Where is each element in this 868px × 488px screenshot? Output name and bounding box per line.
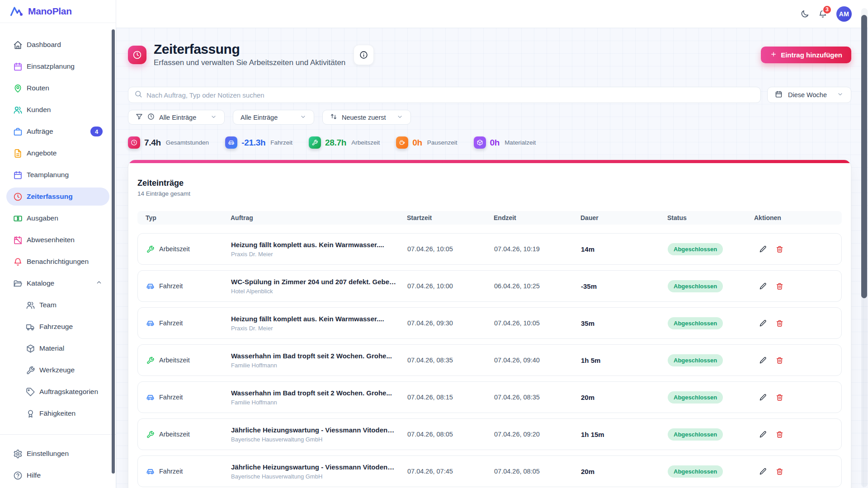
sidebar-item-ausgaben[interactable]: Ausgaben	[6, 209, 109, 227]
stat-materialzeit: 0hMaterialzeit	[474, 136, 536, 149]
sidebar-item-routen[interactable]: Routen	[6, 79, 109, 97]
entry-start-time: 07.04.26, 08:05	[403, 431, 490, 438]
sidebar-item-werkzeuge[interactable]: Werkzeuge	[19, 361, 109, 379]
edit-entry-button[interactable]	[758, 467, 768, 476]
edit-entry-button[interactable]	[758, 319, 768, 328]
search-row: Diese Woche	[128, 87, 851, 103]
sidebar-item-kataloge[interactable]: Kataloge	[6, 274, 109, 292]
sidebar-item-auftragskategorien[interactable]: Auftragskategorien	[19, 383, 109, 401]
sidebar-item-fahrzeuge[interactable]: Fahrzeuge	[19, 318, 109, 336]
info-button[interactable]	[354, 45, 374, 65]
edit-entry-button[interactable]	[758, 430, 768, 439]
pencil-icon	[759, 357, 767, 364]
add-entry-button[interactable]: Eintrag hinzufügen	[761, 47, 851, 63]
calendar-icon	[13, 170, 23, 180]
delete-entry-button[interactable]	[775, 467, 784, 476]
filter-pill-2[interactable]: Neueste zuerst	[322, 110, 411, 125]
entry-status-cell: Abgeschlossen	[663, 428, 750, 441]
pencil-icon	[759, 282, 767, 290]
entry-status-cell: Abgeschlossen	[663, 280, 750, 292]
entry-type-cell: Fahrzeit	[138, 282, 226, 291]
stat-label: Pausenzeit	[427, 139, 458, 146]
main-scrollbar-thumb[interactable]	[861, 15, 867, 298]
chevron-down-icon	[300, 113, 307, 120]
column-header-auftrag: Auftrag	[226, 214, 402, 221]
sidebar-item-label: Kunden	[27, 106, 51, 114]
page-title: Zeiterfassung	[154, 42, 345, 56]
edit-entry-button[interactable]	[758, 282, 768, 291]
delete-entry-button[interactable]	[775, 319, 784, 328]
sidebar-scrollbar-thumb[interactable]	[112, 29, 115, 474]
clock-icon	[132, 50, 142, 60]
entry-start-time: 07.04.26, 07:45	[403, 468, 490, 475]
stat-value: 28.7h	[325, 138, 346, 148]
sidebar-item-einsatzplanung[interactable]: Einsatzplanung	[6, 57, 109, 75]
table-row[interactable]: FahrzeitWC-Spülung in Zimmer 204 und 207…	[137, 270, 842, 302]
filter-row: Alle EinträgeAlle EinträgeNeueste zuerst	[128, 110, 856, 125]
avatar[interactable]: AM	[836, 6, 852, 22]
sidebar-item-dashboard[interactable]: Dashboard	[6, 36, 109, 54]
sidebar-item-benachrichtigungen[interactable]: Benachrichtigungen	[6, 253, 109, 271]
chevron-wrap	[837, 91, 844, 99]
delete-entry-button[interactable]	[775, 393, 784, 402]
chevron-down-icon	[396, 113, 403, 120]
table-row[interactable]: ArbeitszeitHeizung fällt komplett aus. K…	[137, 233, 842, 265]
entry-actions-cell	[750, 244, 841, 254]
dark-mode-toggle[interactable]	[800, 9, 809, 19]
sidebar-item-angebote[interactable]: Angebote	[6, 144, 109, 162]
car-icon	[146, 467, 155, 476]
stat-pausenzeit: 0hPausenzeit	[396, 136, 457, 149]
sidebar-item-hilfe[interactable]: Hilfe	[6, 466, 109, 484]
sidebar-item-einstellungen[interactable]: Einstellungen	[6, 445, 109, 463]
entry-status-cell: Abgeschlossen	[663, 243, 750, 255]
sidebar-item-label: Zeiterfassung	[27, 192, 73, 201]
trash-icon	[776, 319, 783, 327]
notifications-button[interactable]: 3	[818, 9, 827, 19]
trash-icon	[776, 357, 783, 364]
filter-pill-1[interactable]: Alle Einträge	[233, 110, 314, 125]
car-icon	[146, 319, 155, 328]
add-entry-label: Eintrag hinzufügen	[781, 51, 842, 59]
table-row[interactable]: FahrzeitJährliche Heizungswartung - Vies…	[137, 455, 842, 487]
entry-type-label: Fahrzeit	[159, 282, 183, 290]
sidebar-item-teamplanung[interactable]: Teamplanung	[6, 166, 109, 184]
logo: ManoPlan	[0, 0, 116, 23]
sidebar-badge: 4	[90, 127, 103, 136]
search-input[interactable]	[146, 91, 755, 99]
entry-start-time: 07.04.26, 10:05	[403, 245, 490, 253]
sidebar-item-f-higkeiten[interactable]: Fähigkeiten	[19, 404, 109, 422]
entry-title: Heizung fällt komplett aus. Kein Warmwas…	[231, 315, 403, 323]
clock-icon-wrap	[147, 113, 155, 122]
sidebar-item-label: Ausgaben	[27, 214, 58, 222]
filter-pill-0[interactable]: Alle Einträge	[128, 110, 225, 125]
sidebar-footer: EinstellungenHilfe	[0, 435, 116, 488]
sidebar-item-kunden[interactable]: Kunden	[6, 101, 109, 119]
delete-entry-button[interactable]	[775, 430, 784, 439]
folder-icon	[13, 279, 23, 288]
date-range-select[interactable]: Diese Woche	[767, 87, 851, 103]
filter-label: Alle Einträge	[159, 114, 196, 121]
table-row[interactable]: ArbeitszeitJährliche Heizungswartung - V…	[137, 418, 842, 450]
sidebar-item-material[interactable]: Material	[19, 339, 109, 357]
sidebar-item-label: Material	[39, 344, 64, 352]
table-row[interactable]: FahrzeitHeizung fällt komplett aus. Kein…	[137, 307, 842, 339]
delete-entry-button[interactable]	[775, 244, 784, 254]
entry-type-cell: Arbeitszeit	[138, 430, 226, 439]
sidebar-item-team[interactable]: Team	[19, 296, 109, 314]
sidebar-item-abwesenheiten[interactable]: Abwesenheiten	[6, 231, 109, 249]
funnel-icon	[136, 113, 143, 120]
trash-icon	[776, 245, 783, 253]
sidebar-item-zeiterfassung[interactable]: Zeiterfassung	[6, 188, 109, 206]
entry-job-cell: Jährliche Heizungswartung - Viessmann Vi…	[226, 463, 403, 480]
table-row[interactable]: FahrzeitWasserhahn im Bad tropft seit 2 …	[137, 381, 842, 413]
edit-entry-button[interactable]	[758, 244, 768, 254]
delete-entry-button[interactable]	[775, 356, 784, 365]
table-rows: ArbeitszeitHeizung fällt komplett aus. K…	[128, 225, 851, 488]
sidebar-item-auftr-ge[interactable]: Aufträge4	[6, 122, 109, 141]
entry-type-label: Fahrzeit	[159, 394, 183, 401]
edit-entry-button[interactable]	[758, 393, 768, 402]
edit-entry-button[interactable]	[758, 356, 768, 365]
table-row[interactable]: ArbeitszeitWasserhahn im Bad tropft seit…	[137, 344, 842, 376]
entry-title: Heizung fällt komplett aus. Kein Warmwas…	[231, 241, 403, 249]
delete-entry-button[interactable]	[775, 282, 784, 291]
